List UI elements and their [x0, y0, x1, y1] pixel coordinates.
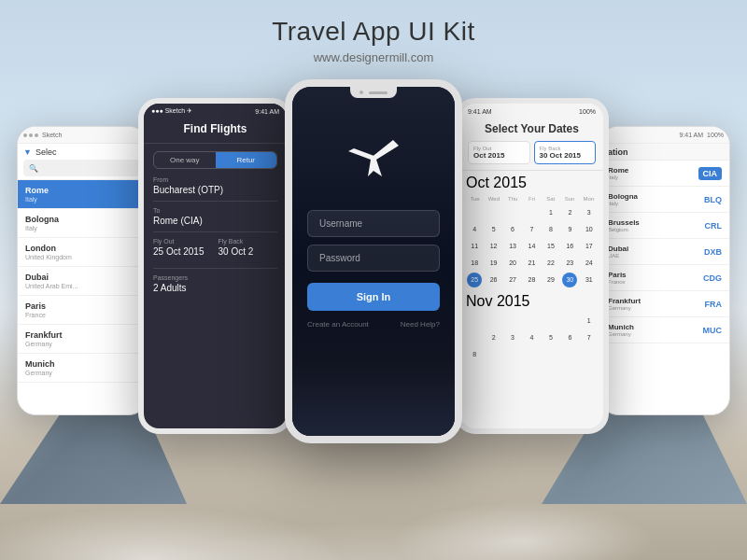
- dest-crl[interactable]: Brussels Belgium CRL: [600, 213, 729, 239]
- dest-city: Munich: [608, 323, 634, 331]
- city-bologna[interactable]: Bologna Italy: [18, 209, 147, 238]
- day-13[interactable]: 13: [505, 239, 520, 254]
- day-11[interactable]: 11: [467, 239, 482, 254]
- city-name: Paris: [25, 301, 139, 311]
- day-31[interactable]: 31: [582, 273, 597, 287]
- day-28[interactable]: 28: [524, 273, 539, 287]
- form-divider: [153, 201, 277, 202]
- fly-back-date[interactable]: Fly Back 30 Oct 2015: [534, 141, 597, 164]
- day-15[interactable]: 15: [543, 239, 558, 254]
- destinations-title: ation: [608, 147, 722, 157]
- day-nov-4[interactable]: 4: [524, 330, 539, 345]
- need-help-link[interactable]: Need Help?: [401, 320, 440, 329]
- day-14[interactable]: 14: [524, 239, 539, 254]
- day-17[interactable]: 17: [582, 239, 597, 254]
- dest-dxb[interactable]: Dubai UAE DXB: [600, 239, 729, 265]
- dest-city: Bologna: [608, 192, 638, 201]
- day-nov-6[interactable]: 6: [562, 330, 577, 345]
- city-paris[interactable]: Paris France: [18, 296, 147, 325]
- day-29[interactable]: 29: [543, 273, 558, 287]
- day-22[interactable]: 22: [543, 256, 558, 271]
- city-dubai[interactable]: Dubai United Arab Emi...: [18, 267, 147, 296]
- day-20[interactable]: 20: [505, 256, 520, 271]
- fly-back-value: 30 Oct 2: [218, 246, 278, 257]
- dest-country: Belgium: [608, 227, 640, 232]
- dest-city: Paris: [608, 271, 627, 279]
- day-4[interactable]: 4: [467, 222, 482, 237]
- username-input[interactable]: Username: [307, 210, 440, 237]
- day-19[interactable]: 19: [486, 256, 501, 271]
- app-logo: [345, 133, 402, 191]
- dow-wed: Wed: [485, 195, 502, 203]
- flight-type-toggle[interactable]: One way Retur: [153, 151, 277, 169]
- create-account-link[interactable]: Create an Account: [307, 320, 369, 329]
- day-2[interactable]: 2: [562, 205, 577, 220]
- to-field[interactable]: To Rome (CIA): [153, 207, 277, 226]
- fly-out-date[interactable]: Fly Out Oct 2015: [468, 141, 530, 164]
- day-18[interactable]: 18: [467, 256, 482, 271]
- day-8[interactable]: 8: [543, 222, 558, 237]
- city-name: London: [25, 244, 139, 253]
- password-input[interactable]: Password: [307, 245, 440, 272]
- day-nov-5[interactable]: 5: [543, 330, 558, 345]
- day-nov-7[interactable]: 7: [582, 330, 597, 345]
- dest-info: Rome Italy: [608, 166, 628, 180]
- day-nov-8[interactable]: 8: [467, 347, 482, 362]
- dow-mon: Mon: [580, 195, 598, 203]
- dest-muc[interactable]: Munich Germany MUC: [600, 317, 729, 343]
- day-nov-1[interactable]: 1: [582, 314, 597, 329]
- day-10[interactable]: 10: [582, 222, 597, 237]
- dest-code: CRL: [705, 221, 723, 231]
- fly-out-date-value: Oct 2015: [473, 151, 525, 160]
- date-picker-status: 9:41 AM 100%: [460, 104, 603, 119]
- passengers-field[interactable]: Passengers 2 Adults: [153, 274, 277, 293]
- day-empty: [524, 314, 539, 329]
- day-nov-2[interactable]: 2: [486, 330, 501, 345]
- month-label: Oct 2015: [466, 175, 527, 191]
- phone-date-picker: 9:41 AM 100% Select Your Dates Fly Out O…: [455, 98, 609, 434]
- day-6[interactable]: 6: [505, 222, 520, 237]
- day-26[interactable]: 26: [486, 273, 501, 287]
- search-placeholder: 🔍: [29, 164, 38, 173]
- day-27[interactable]: 27: [505, 273, 520, 287]
- dest-fra[interactable]: Frankfurt Germany FRA: [600, 291, 729, 317]
- city-frankfurt[interactable]: Frankfurt Germany: [18, 325, 147, 354]
- day-5[interactable]: 5: [486, 222, 501, 237]
- phone-find-flights: ●●● Sketch ✈ 9:41 AM Find Flights One wa…: [138, 98, 292, 434]
- city-country: Germany: [25, 341, 139, 347]
- city-name: Dubai: [25, 273, 139, 282]
- dest-info: Munich Germany: [608, 323, 634, 337]
- signin-button[interactable]: Sign In: [307, 283, 440, 311]
- dest-cdg[interactable]: Paris France CDG: [600, 265, 729, 291]
- day-21[interactable]: 21: [524, 256, 539, 271]
- calendar-days-nov: 1 2 3 4 5 6 7 8: [466, 314, 598, 362]
- day-23[interactable]: 23: [562, 256, 577, 271]
- day-16[interactable]: 16: [562, 239, 577, 254]
- city-name: Frankfurt: [25, 330, 139, 340]
- day-3[interactable]: 3: [582, 205, 597, 220]
- return-btn[interactable]: Retur: [216, 152, 277, 168]
- from-field[interactable]: From Bucharest (OTP): [153, 176, 277, 195]
- dest-code: CDG: [703, 273, 722, 283]
- city-munich[interactable]: Munich Germany: [18, 354, 147, 383]
- dest-city: Frankfurt: [608, 297, 641, 305]
- day-24[interactable]: 24: [582, 256, 597, 271]
- from-value: Bucharest (OTP): [153, 185, 277, 195]
- day-30[interactable]: 30: [562, 273, 577, 287]
- dest-info: Paris France: [608, 271, 627, 285]
- dest-cia[interactable]: Rome Italy CIA: [600, 161, 729, 187]
- city-london[interactable]: London United Kingdom: [18, 238, 147, 267]
- fly-out-field[interactable]: Fly Out 25 Oct 2015: [153, 238, 213, 257]
- day-25[interactable]: 25: [467, 273, 482, 287]
- day-nov-3[interactable]: 3: [505, 330, 520, 345]
- search-bar[interactable]: 🔍: [23, 160, 141, 176]
- day-12[interactable]: 12: [486, 239, 501, 254]
- one-way-btn[interactable]: One way: [154, 152, 216, 168]
- day-7[interactable]: 7: [524, 222, 539, 237]
- day-9[interactable]: 9: [562, 222, 577, 237]
- dest-blq[interactable]: Bologna Italy BLQ: [600, 187, 729, 213]
- day-1[interactable]: 1: [543, 205, 558, 220]
- fly-back-field[interactable]: Fly Back 30 Oct 2: [218, 238, 278, 257]
- city-rome[interactable]: Rome Italy: [18, 180, 147, 209]
- city-country: United Kingdom: [25, 254, 139, 260]
